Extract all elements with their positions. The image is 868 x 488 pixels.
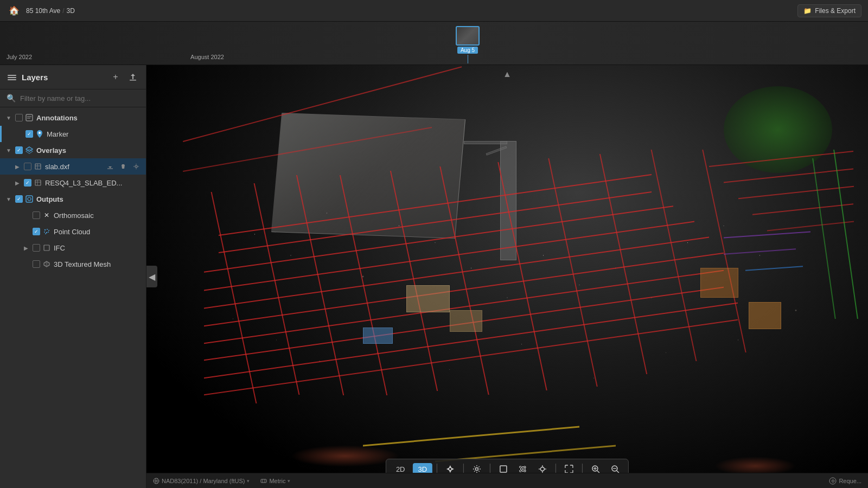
timeline-july: July 2022	[0, 54, 32, 60]
svg-rect-3	[130, 80, 136, 81]
overlays-row[interactable]: ▼ Overlays	[0, 142, 146, 158]
search-input[interactable]	[20, 94, 139, 102]
orthomosaic-row[interactable]: ✕ Orthomosaic	[0, 207, 146, 223]
svg-rect-27	[44, 245, 49, 251]
collapse-icon: ◀	[149, 272, 155, 282]
textured-mesh-checkbox[interactable]	[33, 260, 40, 268]
point-cloud-expand	[22, 227, 30, 236]
marker-row[interactable]: Marker	[0, 126, 146, 142]
resq4-label: RESQ4_L3_SLAB_ED...	[45, 179, 142, 187]
scene-canvas	[146, 65, 868, 488]
overlays-checkbox[interactable]	[15, 146, 23, 154]
upload-layer-button[interactable]	[126, 70, 139, 84]
point-cloud-row[interactable]: Point Cloud	[0, 223, 146, 240]
svg-rect-15	[35, 180, 41, 185]
timeline-bar: July 2022 August 2022 Aug 5	[0, 22, 868, 65]
resq4-icon	[34, 178, 42, 187]
require-button[interactable]: ⚙ Reque...	[829, 477, 861, 485]
svg-point-7	[39, 132, 41, 134]
svg-rect-37	[500, 466, 507, 472]
breadcrumb-project[interactable]: 85 10th Ave	[26, 7, 60, 15]
overlays-icon	[25, 146, 34, 155]
crs-icon	[153, 478, 159, 484]
add-layer-button[interactable]: +	[109, 70, 122, 84]
overlays-group: ▼ Overlays ▶	[0, 142, 146, 191]
layers-icon	[7, 72, 17, 82]
point-cloud-checkbox[interactable]	[33, 228, 40, 235]
slab-label: slab.dxf	[45, 163, 103, 171]
status-bar: NAD83(2011) / Maryland (ftUS) ▾ Metric ▾…	[146, 473, 868, 488]
svg-rect-4	[26, 114, 33, 121]
svg-point-40	[541, 467, 545, 471]
viewport-collapse-button[interactable]: ◀	[146, 266, 157, 287]
slab-download-btn[interactable]	[105, 161, 116, 172]
marker-checkbox[interactable]	[25, 130, 33, 138]
main-content: Layers + 🔍 ▼	[0, 65, 868, 488]
metric-selector[interactable]: Metric ▾	[260, 478, 290, 484]
textured-mesh-label: 3D Textured Mesh	[54, 260, 142, 268]
slab-delete-btn[interactable]	[118, 161, 129, 172]
thumbnail-label: Aug 5	[457, 47, 478, 54]
structure-orange-2	[749, 302, 781, 329]
orthomosaic-label: Orthomosaic	[54, 211, 142, 220]
ifc-checkbox[interactable]	[33, 244, 40, 252]
annotations-row[interactable]: ▼ Annotations	[0, 110, 146, 126]
viewport-top-arrow[interactable]: ▲	[503, 69, 512, 79]
layers-header-buttons: +	[109, 70, 139, 84]
files-export-button[interactable]: 📁 Files & Export	[797, 4, 861, 17]
slab-checkbox[interactable]	[24, 163, 31, 170]
outputs-checkbox[interactable]	[15, 195, 23, 203]
svg-point-22	[48, 230, 49, 231]
svg-point-36	[476, 468, 478, 471]
outputs-expand[interactable]: ▼	[4, 195, 13, 203]
annotations-label: Annotations	[36, 114, 142, 122]
orthomosaic-checkbox[interactable]	[33, 211, 40, 219]
layer-tree: ▼ Annotations	[0, 107, 146, 488]
svg-point-24	[46, 232, 47, 233]
search-icon: 🔍	[7, 94, 16, 102]
thumbnail-image	[456, 26, 480, 46]
outputs-icon	[25, 195, 34, 203]
slab-actions	[105, 161, 142, 172]
ifc-label: IFC	[54, 244, 142, 252]
resq4-expand[interactable]: ▶	[13, 178, 22, 187]
metric-icon	[260, 478, 267, 484]
textured-mesh-row[interactable]: 3D Textured Mesh	[0, 256, 146, 272]
outputs-label: Outputs	[36, 195, 142, 203]
timeline-thumbnail[interactable]: Aug 5	[456, 26, 480, 63]
require-label: Reque...	[839, 478, 861, 484]
timeline-labels: July 2022 August 2022	[0, 54, 224, 60]
svg-rect-2	[8, 79, 16, 80]
structure-blue-container	[363, 328, 393, 344]
files-export-label: Files & Export	[815, 7, 856, 15]
ifc-expand[interactable]: ▶	[22, 243, 30, 252]
structure-orange-1	[700, 268, 738, 298]
annotations-checkbox[interactable]	[15, 114, 23, 121]
home-button[interactable]: 🏠	[7, 3, 22, 18]
slab-settings-btn[interactable]	[131, 161, 142, 172]
layers-title: Layers	[22, 73, 109, 82]
breadcrumb-view[interactable]: 3D	[67, 7, 75, 15]
resq4-checkbox[interactable]	[24, 179, 31, 187]
ifc-row[interactable]: ▶ IFC	[0, 240, 146, 256]
timeline-august: August 2022	[184, 54, 224, 60]
tower-arm-horizontal	[464, 141, 507, 144]
orthomosaic-icon: ✕	[42, 211, 51, 220]
svg-point-21	[47, 229, 48, 230]
svg-point-19	[28, 197, 31, 201]
outputs-row[interactable]: ▼ Outputs	[0, 191, 146, 207]
annotations-expand[interactable]: ▼	[4, 113, 13, 122]
slab-dxf-row[interactable]: ▶ slab.dxf	[0, 158, 146, 175]
slab-expand[interactable]: ▶	[13, 162, 22, 171]
crs-label: NAD83(2011) / Maryland (ftUS)	[162, 478, 245, 484]
point-cloud-icon	[42, 227, 51, 236]
svg-rect-1	[8, 77, 16, 78]
viewport[interactable]: ◀ ▲ 2D 3D	[146, 65, 868, 488]
crs-selector[interactable]: NAD83(2011) / Maryland (ftUS) ▾	[153, 478, 250, 484]
resq4-row[interactable]: ▶ RESQ4_L3_SLAB_ED...	[0, 175, 146, 191]
crs-chevron: ▾	[247, 478, 250, 484]
metric-chevron: ▾	[288, 478, 290, 484]
overlays-expand[interactable]: ▼	[4, 146, 13, 155]
outputs-group: ▼ Outputs ✕ Orthomosaic	[0, 191, 146, 272]
svg-marker-35	[451, 467, 454, 471]
